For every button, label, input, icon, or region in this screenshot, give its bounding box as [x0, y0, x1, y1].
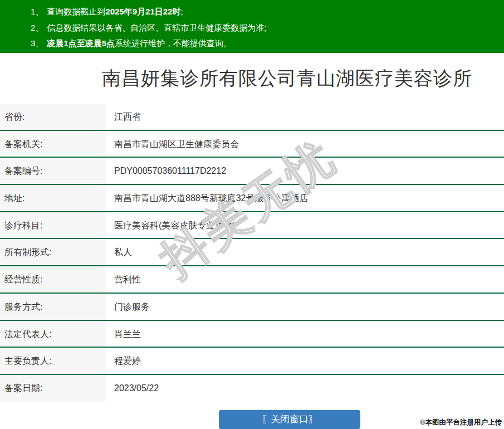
- title-area: 南昌妍集诊所有限公司青山湖医疗美容诊所: [0, 53, 504, 104]
- row-value: 江西省: [106, 104, 504, 130]
- table-row: 主要负责人:程爱婷: [0, 348, 504, 375]
- row-label: 主要负责人:: [0, 348, 106, 374]
- notice-banner: 1、查询数据截止到2025年9月21日22时; 2、信息数据结果以各省、自治区、…: [0, 0, 504, 53]
- table-row: 备案机关:南昌市青山湖区卫生健康委员会: [0, 131, 504, 158]
- row-label: 服务方式:: [0, 294, 106, 320]
- notice-number: 2、: [31, 23, 43, 32]
- row-label: 省份:: [0, 104, 106, 130]
- notice-bold-text: 2025年9月21日22时: [105, 7, 180, 16]
- notice-text: 查询数据截止到: [47, 7, 105, 16]
- table-row: 经营性质:营利性: [0, 266, 504, 294]
- row-label: 备案日期:: [0, 375, 106, 402]
- table-row: 法定代表人:肖兰兰: [0, 321, 504, 348]
- close-window-button[interactable]: 〖关闭窗口〗: [219, 410, 360, 429]
- row-value: 私人: [106, 239, 504, 265]
- notice-bold-text: 凌晨1点至凌晨5点: [47, 38, 115, 48]
- row-value: 门诊服务: [106, 294, 504, 320]
- table-row: 服务方式:门诊服务: [0, 294, 504, 321]
- table-row: 地址:南昌市青山湖大道888号新珑庭32号服务公寓酒店: [0, 185, 504, 212]
- record-table: 省份:江西省备案机关:南昌市青山湖区卫生健康委员会备案编号:PDY0005703…: [0, 104, 504, 402]
- notice-number: 1、: [31, 7, 43, 16]
- row-label: 备案编号:: [0, 158, 106, 184]
- row-value: 程爱婷: [106, 348, 504, 374]
- notice-number: 3、: [31, 38, 43, 48]
- notice-line-3: 3、凌晨1点至凌晨5点系统进行维护，不能提供查询。: [31, 36, 504, 52]
- table-row: 备案编号:PDY00057036011117D2212: [0, 158, 504, 185]
- uploader-stamp: ©本图由平台注册用户上传: [420, 418, 502, 427]
- notice-text: 信息数据结果以各省、自治区、直辖市卫生健康委数据为准;: [47, 23, 266, 32]
- row-value: 营利性: [106, 266, 504, 292]
- notice-line-1: 1、查询数据截止到2025年9月21日22时;: [31, 4, 504, 20]
- row-value: 2023/05/22: [106, 375, 504, 402]
- page-title: 南昌妍集诊所有限公司青山湖医疗美容诊所: [102, 66, 472, 91]
- table-row: 备案日期:2023/05/22: [0, 375, 504, 402]
- row-label: 备案机关:: [0, 131, 106, 157]
- row-label: 法定代表人:: [0, 321, 106, 347]
- table-row: 省份:江西省: [0, 104, 504, 131]
- row-value: 南昌市青山湖大道888号新珑庭32号服务公寓酒店: [106, 185, 504, 211]
- row-value: 医疗美容科(美容皮肤专业)******: [106, 212, 504, 238]
- row-label: 所有制形式:: [0, 239, 106, 265]
- row-value: 南昌市青山湖区卫生健康委员会: [106, 131, 504, 157]
- notice-line-2: 2、信息数据结果以各省、自治区、直辖市卫生健康委数据为准;: [31, 20, 504, 36]
- row-value: 肖兰兰: [106, 321, 504, 347]
- row-label: 地址:: [0, 185, 106, 211]
- row-value: PDY00057036011117D2212: [106, 158, 504, 184]
- notice-text: ;: [180, 7, 183, 16]
- table-row: 所有制形式:私人: [0, 239, 504, 266]
- row-label: 诊疗科目:: [0, 212, 106, 238]
- table-row: 诊疗科目:医疗美容科(美容皮肤专业)******: [0, 212, 504, 240]
- notice-text: 系统进行维护，不能提供查询。: [115, 38, 232, 48]
- row-label: 经营性质:: [0, 266, 106, 292]
